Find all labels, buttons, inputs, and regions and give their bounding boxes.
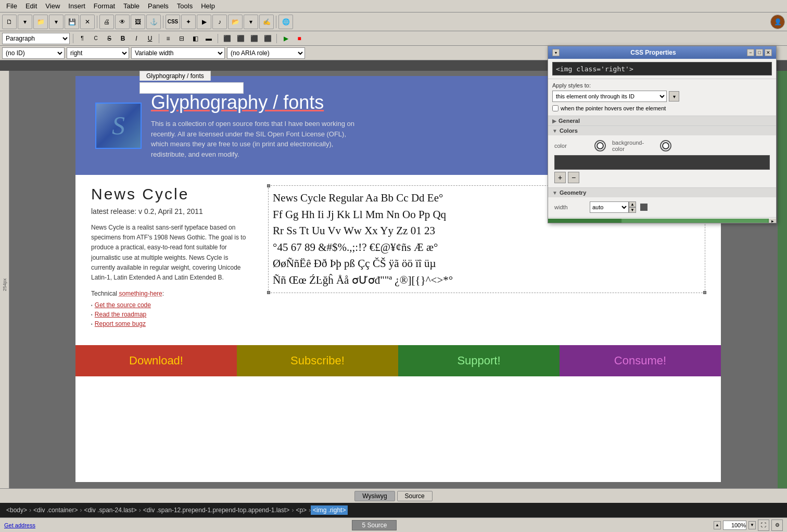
panel-minimize-button[interactable]: − [747, 49, 754, 56]
source-tab-button[interactable]: 5 Source [352, 520, 397, 530]
aria-select[interactable]: (no ARIA role) [227, 47, 305, 59]
underline-button[interactable]: U [144, 33, 156, 44]
video-button[interactable]: ▶ [197, 15, 211, 29]
consume-button[interactable]: Consume! [560, 345, 721, 376]
open-dropdown[interactable]: ▾ [49, 15, 64, 29]
geo-spin-up[interactable]: ▲ [629, 201, 636, 207]
selected-image[interactable]: S [96, 104, 141, 148]
hover-checkbox[interactable] [552, 105, 558, 111]
menu-view[interactable]: View [41, 1, 64, 11]
color1-circle[interactable] [594, 140, 606, 151]
strikethrough-button[interactable]: S [104, 33, 115, 44]
zoom-input[interactable] [723, 521, 746, 530]
menu-edit[interactable]: Edit [21, 1, 41, 11]
play-button[interactable]: ▶ [280, 33, 291, 44]
link-roadmap[interactable]: Read the roadmap [95, 311, 146, 318]
menu-help[interactable]: Help [197, 1, 219, 11]
colors-header[interactable]: ▼ Colors [548, 126, 776, 135]
breadcrumb-span12[interactable]: <div .span-12.prepend-1.prepend-top.appe… [141, 506, 292, 514]
zoom-up-button[interactable]: ▲ [714, 521, 721, 529]
align-center[interactable]: ▬ [203, 33, 214, 44]
menu-format[interactable]: Format [90, 1, 119, 11]
menu-panels[interactable]: Panels [144, 1, 173, 11]
apply-label: Apply styles to: [552, 82, 772, 88]
geo-unit-select[interactable]: auto [590, 201, 629, 213]
color-bar[interactable] [554, 155, 770, 170]
globe-button[interactable]: 🌐 [278, 15, 293, 29]
search-bar[interactable] [139, 82, 244, 94]
css-selector-input[interactable] [552, 62, 772, 75]
breadcrumb-body[interactable]: <body> [4, 506, 29, 514]
ul-button[interactable]: ≡ [162, 33, 174, 44]
music-button[interactable]: ♪ [212, 15, 227, 29]
align-c2[interactable]: ⬛ [235, 33, 246, 44]
save-button[interactable]: 💾 [65, 15, 79, 29]
link-source[interactable]: Get the source code [95, 301, 151, 309]
italic-button[interactable]: I [131, 33, 142, 44]
class-select[interactable]: right [67, 47, 129, 59]
scroll-right-button[interactable]: ▶ [769, 219, 776, 223]
support-button[interactable]: Support! [398, 345, 560, 376]
link-bugz[interactable]: Report some bugz [95, 320, 146, 327]
stop-button[interactable]: ■ [294, 33, 305, 44]
panel-collapse-button[interactable]: ▾ [552, 49, 560, 56]
align-l2[interactable]: ⬛ [221, 33, 233, 44]
panel-maximize-button[interactable]: □ [756, 49, 763, 56]
menu-file[interactable]: File [2, 1, 21, 11]
menu-table[interactable]: Table [119, 1, 144, 11]
glyphography-canvas-tab[interactable]: Glyphography / fonts [139, 71, 211, 81]
geometry-header[interactable]: ▼ Geometry [548, 188, 776, 197]
geo-spin-down[interactable]: ▼ [629, 207, 636, 213]
source-button[interactable]: Source [397, 491, 433, 501]
ol-button[interactable]: ⊟ [176, 33, 187, 44]
link-button[interactable]: ⚓ [146, 15, 161, 29]
new-dropdown[interactable]: ▾ [18, 15, 32, 29]
open-button[interactable]: 📁 [33, 15, 48, 29]
breadcrumb-container[interactable]: <div .container> [31, 506, 80, 514]
folder2-dropdown[interactable]: ▾ [244, 15, 258, 29]
new-button[interactable]: 🗋 [2, 15, 17, 29]
zoom-down-button[interactable]: ▼ [748, 521, 756, 529]
avatar-button[interactable]: 👤 [770, 15, 785, 29]
menu-tools[interactable]: Tools [173, 1, 197, 11]
align-left[interactable]: ◧ [189, 33, 201, 44]
apply-section: Apply styles to: this element only throu… [548, 79, 776, 116]
right-sidebar [778, 71, 787, 499]
subscribe-button[interactable]: Subscribe! [237, 345, 398, 376]
remove-color-button[interactable]: − [568, 172, 579, 183]
align-r2[interactable]: ⬛ [248, 33, 260, 44]
css-button[interactable]: CSS [166, 15, 180, 29]
paragraph-select[interactable]: Paragraph [2, 33, 70, 44]
fullscreen-button[interactable]: ⛶ [758, 520, 769, 531]
bold-button[interactable]: B [117, 33, 129, 44]
settings-button[interactable]: ⚙ [771, 520, 783, 531]
get-address-link[interactable]: Get address [4, 522, 35, 528]
align-j2[interactable]: ⬛ [262, 33, 273, 44]
comment-button[interactable]: C [90, 33, 101, 44]
wysiwyg-button[interactable]: Wysiwyg [354, 491, 395, 501]
apply-select[interactable]: this element only through its ID [552, 91, 667, 102]
color2-circle[interactable] [660, 140, 671, 151]
breadcrumb-img[interactable]: <img .right> [311, 505, 348, 515]
star-button[interactable]: ✦ [181, 15, 196, 29]
breadcrumb-span24[interactable]: <div .span-24.last> [82, 506, 138, 514]
preview-button[interactable]: 👁 [115, 15, 130, 29]
id-select[interactable]: (no ID) [2, 47, 65, 59]
technical-link[interactable]: something-here [119, 290, 162, 297]
menu-insert[interactable]: Insert [64, 1, 90, 11]
hover-text: when the pointer hovers over the element [561, 105, 666, 111]
general-header[interactable]: ▶ General [548, 116, 776, 125]
general-label: General [558, 118, 580, 124]
indent-button[interactable]: ¶ [77, 33, 88, 44]
width-select[interactable]: Variable width [131, 47, 225, 59]
print-button[interactable]: 🖨 [99, 15, 114, 29]
download-button[interactable]: Download! [75, 345, 237, 376]
sig-button[interactable]: ✍ [259, 15, 274, 29]
img-button[interactable]: 🖼 [131, 15, 145, 29]
folder2-button[interactable]: 📂 [228, 15, 243, 29]
close-button[interactable]: ✕ [80, 15, 95, 29]
panel-close-button[interactable]: ✕ [765, 49, 772, 56]
breadcrumb-p[interactable]: <p> [294, 506, 309, 514]
add-color-button[interactable]: + [554, 172, 566, 183]
apply-dropdown-button[interactable]: ▾ [669, 91, 679, 102]
